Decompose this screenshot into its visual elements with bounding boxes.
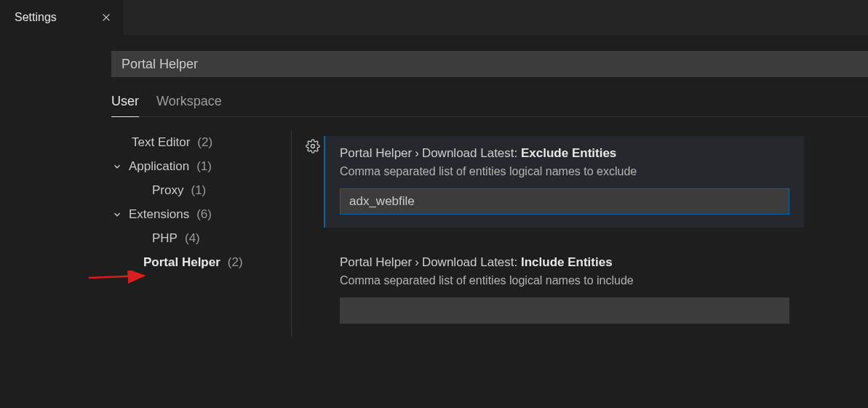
scope-tab-user[interactable]: User (111, 94, 139, 117)
settings-editor: User Workspace Text Editor (2) Applicati… (0, 35, 868, 337)
tree-label: Portal Helper (143, 255, 220, 270)
settings-tree: Text Editor (2) Application (1) Proxy (1… (0, 130, 291, 337)
tab-title: Settings (15, 11, 57, 24)
tree-label: Application (129, 159, 189, 174)
chevron-down-icon (111, 209, 123, 220)
tree-label: Proxy (152, 183, 183, 198)
close-icon[interactable] (99, 10, 114, 25)
svg-point-2 (311, 145, 315, 148)
tab-settings[interactable]: Settings (0, 0, 124, 35)
setting-description: Comma separated list of entities logical… (340, 165, 789, 178)
tree-item-php[interactable]: PHP (4) (111, 226, 291, 250)
tree-count: (2) (197, 135, 212, 150)
settings-list: Portal Helper›Download Latest: Exclude E… (292, 130, 868, 337)
setting-exclude-entities: Portal Helper›Download Latest: Exclude E… (324, 136, 804, 228)
setting-include-entities: Portal Helper›Download Latest: Include E… (324, 245, 804, 337)
tree-count: (2) (228, 255, 243, 270)
chevron-down-icon (111, 161, 123, 172)
scope-tab-workspace[interactable]: Workspace (156, 94, 222, 117)
tree-count: (1) (196, 159, 212, 174)
setting-title: Portal Helper›Download Latest: Exclude E… (340, 146, 789, 161)
setting-title: Portal Helper›Download Latest: Include E… (340, 255, 789, 270)
exclude-entities-input[interactable] (340, 188, 789, 215)
tree-count: (6) (196, 207, 212, 222)
tree-count: (1) (191, 183, 206, 198)
gear-icon[interactable] (306, 139, 320, 156)
search-input[interactable] (111, 51, 868, 77)
tree-label: Extensions (129, 207, 189, 222)
setting-description: Comma separated list of entities logical… (340, 274, 789, 287)
tree-item-extensions[interactable]: Extensions (6) (111, 202, 291, 226)
include-entities-input[interactable] (340, 297, 789, 324)
tree-item-text-editor[interactable]: Text Editor (2) (111, 130, 291, 154)
tree-label: PHP (152, 231, 178, 246)
tree-item-proxy[interactable]: Proxy (1) (111, 178, 291, 202)
tree-label: Text Editor (132, 135, 190, 150)
tree-item-portal-helper[interactable]: Portal Helper (2) (111, 250, 291, 274)
tab-bar: Settings (0, 0, 868, 35)
scope-tabs: User Workspace (111, 93, 868, 117)
tree-count: (4) (185, 231, 200, 246)
tree-item-application[interactable]: Application (1) (111, 154, 291, 178)
